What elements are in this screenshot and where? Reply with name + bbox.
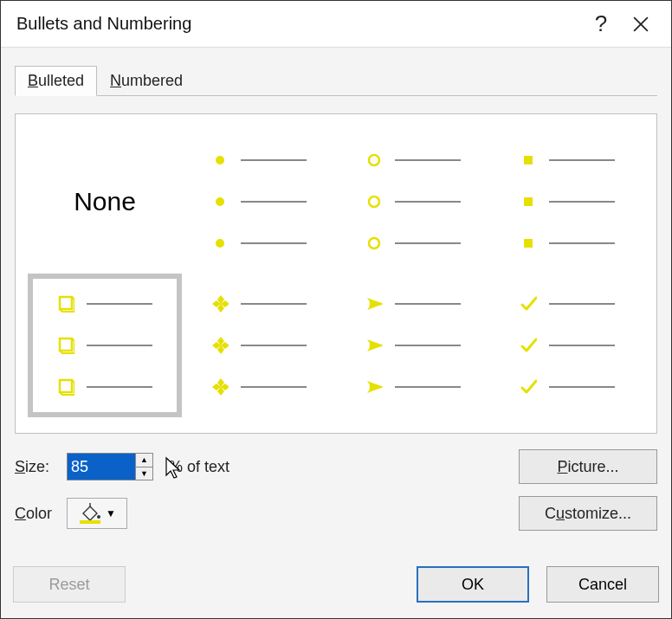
cancel-button[interactable]: Cancel	[546, 566, 659, 603]
size-value[interactable]: 85	[68, 454, 135, 480]
svg-point-2	[216, 156, 224, 164]
bullet-style-circle[interactable]	[336, 130, 490, 274]
ok-button[interactable]: OK	[417, 566, 529, 603]
bullet-preview	[57, 295, 152, 396]
none-style-label: None	[74, 187, 136, 216]
paint-bucket-icon	[78, 503, 102, 524]
bullet-preview	[211, 152, 307, 252]
size-label: Size:	[15, 458, 67, 476]
bullet-style-box3d[interactable]	[28, 274, 182, 417]
disc-icon	[211, 152, 229, 169]
square-icon	[520, 152, 537, 169]
diamond4-icon	[211, 378, 229, 396]
size-spinner[interactable]: 85 ▲ ▼	[67, 453, 153, 480]
bullet-preview	[365, 295, 461, 396]
tab-numbered[interactable]: Numbered	[97, 66, 196, 96]
picture-button[interactable]: Picture...	[519, 449, 657, 484]
svg-point-7	[369, 238, 379, 248]
size-suffix: % of text	[169, 458, 266, 476]
bullet-style-arrow[interactable]	[336, 274, 490, 417]
close-button[interactable]	[621, 4, 661, 44]
box3d-icon	[57, 378, 74, 396]
color-label: Color	[15, 505, 67, 523]
color-picker-button[interactable]: ▼	[67, 498, 127, 529]
circle-icon	[365, 152, 383, 169]
bullet-style-diamond4[interactable]	[182, 274, 336, 417]
svg-rect-11	[60, 297, 72, 309]
titlebar: Bullets and Numbering ?	[1, 1, 671, 48]
chevron-down-icon: ▼	[106, 507, 116, 519]
customize-button[interactable]: CCustomize...	[519, 496, 657, 531]
svg-point-5	[369, 155, 379, 165]
svg-rect-13	[60, 380, 72, 392]
help-button[interactable]: ?	[581, 4, 621, 44]
box3d-icon	[57, 295, 74, 313]
check-icon	[520, 337, 537, 354]
bullets-numbering-dialog: Bullets and Numbering ? Bulleted Numbere…	[0, 0, 672, 619]
disc-icon	[211, 193, 229, 210]
size-increment[interactable]: ▲	[136, 454, 152, 467]
svg-rect-15	[80, 520, 100, 524]
bullet-style-square[interactable]	[490, 130, 644, 274]
svg-point-4	[216, 239, 224, 248]
circle-icon	[365, 235, 383, 252]
size-decrement[interactable]: ▼	[136, 467, 152, 480]
square-icon	[520, 235, 537, 252]
svg-point-3	[216, 197, 224, 206]
svg-rect-10	[524, 239, 533, 248]
dialog-footer: Reset OK Cancel	[1, 559, 671, 618]
circle-icon	[365, 193, 383, 210]
svg-rect-8	[524, 156, 533, 164]
square-icon	[520, 193, 537, 210]
bullet-style-disc[interactable]	[182, 130, 336, 274]
arrow-icon	[365, 295, 383, 313]
svg-point-14	[97, 515, 100, 519]
bullet-style-none[interactable]: None	[28, 130, 182, 274]
diamond4-icon	[211, 337, 229, 354]
bullet-preview	[520, 152, 615, 252]
bullet-preview	[365, 152, 461, 252]
dialog-title: Bullets and Numbering	[16, 14, 581, 34]
svg-point-6	[369, 197, 379, 207]
arrow-icon	[365, 337, 383, 354]
arrow-icon	[365, 378, 383, 396]
tab-bulleted[interactable]: Bulleted	[15, 66, 97, 96]
box3d-icon	[57, 337, 74, 354]
tab-strip: Bulleted Numbered	[15, 68, 657, 96]
svg-rect-9	[524, 197, 533, 206]
bullet-style-check[interactable]	[490, 274, 644, 417]
check-icon	[520, 378, 537, 396]
reset-button: Reset	[13, 566, 126, 603]
close-icon	[633, 16, 649, 32]
bullet-preview	[211, 295, 307, 396]
bullet-preview	[520, 295, 615, 396]
bullet-style-panel: None	[15, 113, 657, 434]
diamond4-icon	[211, 295, 229, 313]
check-icon	[520, 295, 537, 313]
svg-rect-12	[60, 339, 72, 351]
disc-icon	[211, 235, 229, 252]
